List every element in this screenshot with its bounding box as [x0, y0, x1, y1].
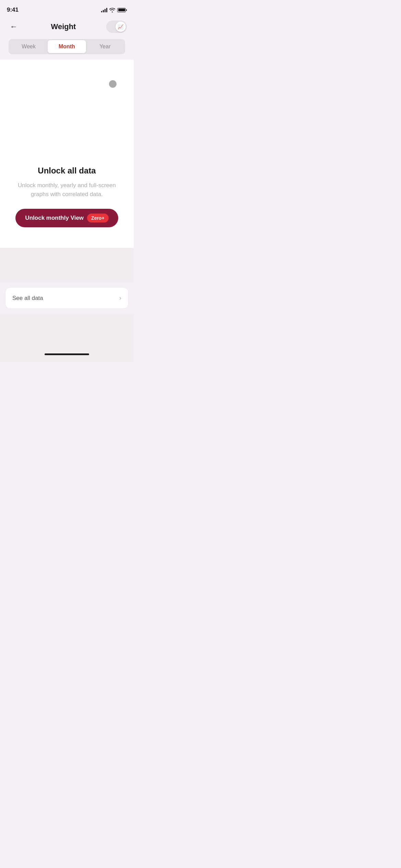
page-title: Weight — [51, 22, 76, 31]
segment-year[interactable]: Year — [86, 40, 124, 53]
zero-plus-badge: Zero+ — [87, 214, 109, 222]
unlock-section: Unlock all data Unlock monthly, yearly a… — [0, 156, 134, 248]
segment-month[interactable]: Month — [48, 40, 86, 53]
chart-area — [0, 60, 134, 156]
see-all-data-row[interactable]: See all data › — [5, 288, 128, 309]
bottom-area — [0, 314, 134, 362]
back-button[interactable]: ← — [7, 20, 21, 34]
back-arrow-icon: ← — [10, 22, 17, 31]
signal-icon — [101, 8, 107, 12]
home-indicator — [45, 353, 89, 355]
unlock-title: Unlock all data — [38, 166, 96, 176]
nav-header: ← Weight 📈 — [0, 17, 134, 39]
chevron-right-icon: › — [119, 294, 121, 302]
trend-icon: 📈 — [118, 24, 123, 29]
gray-divider — [0, 248, 134, 282]
see-all-data-label: See all data — [12, 295, 43, 302]
status-icons — [101, 8, 127, 12]
battery-icon — [117, 8, 127, 12]
trend-toggle[interactable]: 📈 — [106, 21, 127, 33]
status-time: 9:41 — [7, 7, 19, 13]
unlock-button-text: Unlock monthly View — [25, 215, 84, 221]
segment-week[interactable]: Week — [10, 40, 48, 53]
unlock-button[interactable]: Unlock monthly View Zero+ — [15, 209, 118, 227]
chart-dot — [109, 80, 117, 88]
trend-toggle-thumb: 📈 — [116, 22, 126, 32]
segmented-control: Week Month Year — [9, 39, 125, 54]
unlock-description: Unlock monthly, yearly and full-screen g… — [15, 181, 118, 198]
wifi-icon — [109, 8, 115, 12]
status-bar: 9:41 — [0, 0, 134, 17]
